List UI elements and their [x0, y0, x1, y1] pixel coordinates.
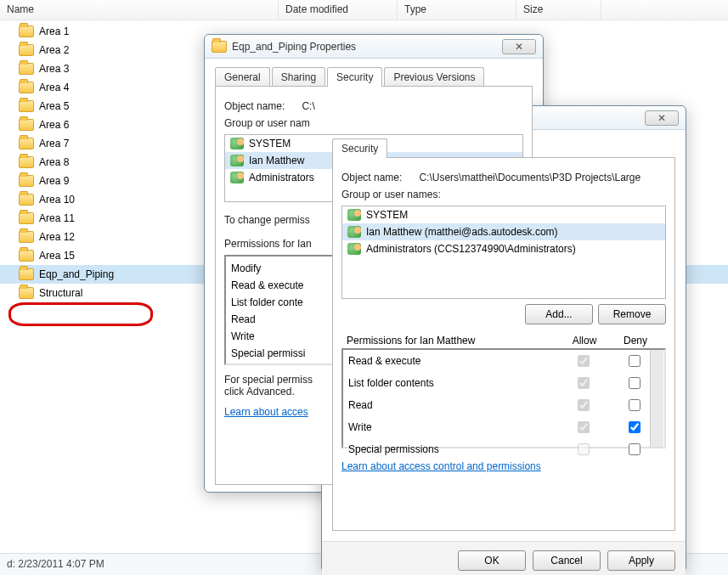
users-icon — [230, 155, 244, 166]
permissions-user-list[interactable]: SYSTEM Ian Matthew (matthei@ads.autodesk… — [341, 206, 666, 299]
users-icon — [347, 209, 361, 221]
user-system[interactable]: SYSTEM — [342, 206, 665, 223]
folder-label: Area 5 — [39, 100, 69, 112]
apply-button[interactable]: Apply — [607, 550, 675, 571]
allow-checkbox[interactable] — [578, 443, 590, 455]
folder-icon — [19, 63, 34, 75]
folder-icon — [19, 82, 34, 93]
properties-titlebar[interactable]: Eqp_and_Piping Properties ✕ — [205, 35, 543, 59]
folder-icon — [19, 268, 34, 280]
user-administrators[interactable]: Administrators (CCS12374990\Administrato… — [342, 240, 665, 257]
tab-security[interactable]: Security — [332, 138, 387, 158]
deny-header: Deny — [610, 335, 661, 347]
permission-row: Write — [343, 416, 664, 438]
permission-row: List folder contents — [343, 372, 664, 394]
properties-title: Eqp_and_Piping Properties — [232, 41, 356, 53]
folder-icon — [19, 250, 34, 262]
folder-icon — [19, 138, 34, 149]
folder-label: Area 2 — [39, 44, 69, 56]
permission-row: Read — [343, 394, 664, 416]
allow-header: Allow — [559, 335, 610, 347]
folder-icon — [19, 194, 34, 206]
folder-icon — [19, 100, 34, 112]
permission-label: Read — [348, 399, 557, 411]
folder-icon — [19, 287, 34, 299]
close-button[interactable]: ✕ — [645, 110, 679, 126]
column-name[interactable]: Name — [0, 0, 279, 20]
folder-label: Area 3 — [39, 63, 69, 75]
folder-label: Area 9 — [39, 175, 69, 187]
object-name-label: Object name: — [224, 100, 285, 112]
users-icon — [230, 138, 244, 149]
properties-tabs: General Sharing Security Previous Versio… — [215, 67, 533, 87]
allow-checkbox[interactable] — [578, 421, 590, 433]
permission-label: Read & execute — [348, 355, 557, 367]
folder-icon — [19, 231, 34, 243]
folder-label: Area 6 — [39, 119, 69, 131]
close-button[interactable]: ✕ — [502, 39, 536, 54]
folder-label: Area 1 — [39, 25, 69, 37]
folder-label: Area 4 — [39, 82, 69, 93]
tab-sharing[interactable]: Sharing — [272, 67, 325, 87]
column-type[interactable]: Type — [398, 0, 516, 20]
deny-checkbox[interactable] — [629, 421, 641, 433]
folder-icon — [19, 156, 34, 168]
object-name-value: C:\ — [302, 100, 314, 112]
scrollbar[interactable] — [650, 350, 663, 447]
learn-access-link[interactable]: Learn about acces — [224, 406, 308, 418]
folder-label: Area 15 — [39, 250, 75, 262]
object-name-row: Object name: C:\Users\matthei\Documents\… — [341, 172, 666, 183]
folder-icon — [19, 44, 34, 56]
allow-checkbox[interactable] — [578, 377, 590, 389]
users-icon — [347, 243, 361, 255]
cancel-button[interactable]: Cancel — [533, 550, 601, 571]
tab-previous-versions[interactable]: Previous Versions — [384, 67, 484, 87]
permission-row: Special permissions — [343, 438, 664, 460]
folder-icon — [19, 175, 34, 187]
folder-label: Area 10 — [39, 194, 75, 206]
permissions-for-label: Permissions for Ian Matthew — [347, 335, 559, 347]
tab-security[interactable]: Security — [327, 67, 382, 87]
folder-label: Structural — [39, 287, 82, 299]
object-name-value: C:\Users\matthei\Documents\P3D Projects\… — [419, 172, 641, 183]
folder-label: Area 7 — [39, 138, 69, 149]
folder-icon — [19, 119, 34, 131]
add-button[interactable]: Add... — [525, 304, 593, 324]
learn-access-link[interactable]: Learn about access control and permissio… — [341, 460, 541, 472]
ok-button[interactable]: OK — [458, 550, 526, 571]
group-users-label: Group or user nam — [224, 117, 523, 129]
permission-label: Special permissions — [348, 443, 557, 455]
column-header-row: Name Date modified Type Size — [0, 0, 728, 20]
users-icon — [347, 226, 361, 238]
deny-checkbox[interactable] — [629, 399, 641, 411]
object-name-row: Object name: C:\ — [224, 100, 523, 112]
tab-general[interactable]: General — [215, 67, 270, 87]
users-icon — [230, 172, 244, 183]
column-size[interactable]: Size — [516, 0, 601, 20]
folder-label: Area 11 — [39, 212, 75, 224]
permission-row: Read & execute — [343, 350, 664, 372]
deny-checkbox[interactable] — [629, 377, 641, 389]
folder-label: Eqp_and_Piping — [39, 268, 114, 280]
permissions-grid: Read & executeList folder contentsReadWr… — [341, 348, 666, 448]
permission-label: List folder contents — [348, 377, 557, 389]
remove-button[interactable]: Remove — [598, 304, 666, 324]
permissions-dialog: Permissions for Eqp_and_Piping ✕ Securit… — [321, 105, 686, 572]
column-date[interactable]: Date modified — [279, 0, 398, 20]
allow-checkbox[interactable] — [578, 355, 590, 367]
folder-label: Area 12 — [39, 231, 75, 243]
allow-checkbox[interactable] — [578, 399, 590, 411]
deny-checkbox[interactable] — [629, 355, 641, 367]
folder-label: Area 8 — [39, 156, 69, 168]
folder-icon — [19, 25, 34, 37]
deny-checkbox[interactable] — [629, 443, 641, 455]
folder-icon — [19, 212, 34, 224]
group-users-label: Group or user names: — [341, 189, 666, 200]
object-name-label: Object name: — [341, 172, 402, 183]
user-ian-matthew[interactable]: Ian Matthew (matthei@ads.autodesk.com) — [342, 223, 665, 240]
folder-icon — [212, 41, 227, 53]
permission-label: Write — [348, 421, 557, 433]
